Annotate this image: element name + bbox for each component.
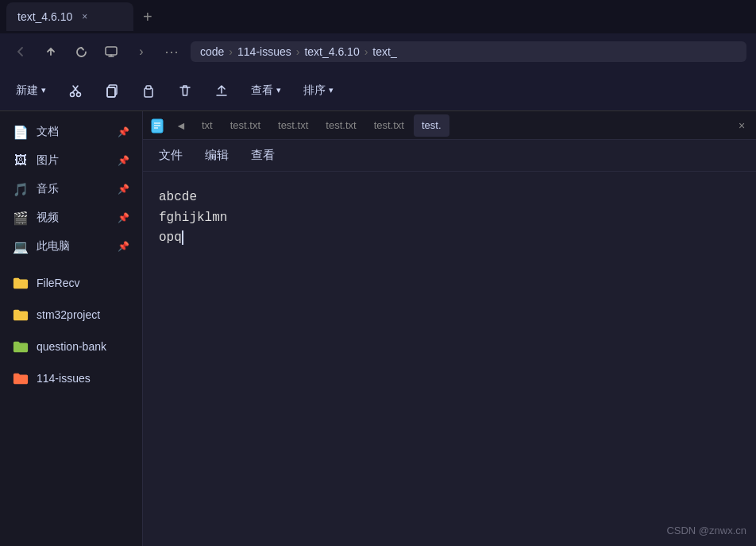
sidebar-item-mycomputer-label: 此电脑	[37, 239, 70, 254]
up-button[interactable]	[40, 41, 62, 63]
tab-title: text_4.6.10	[17, 10, 72, 23]
sidebar-item-documents[interactable]: 📄 文档 📌	[0, 118, 142, 146]
path-part-text2: text_	[372, 45, 396, 58]
mycomputer-icon: 💻	[13, 238, 29, 254]
sidebar-item-stm32project[interactable]: stm32project	[0, 299, 142, 331]
documents-icon: 📄	[13, 124, 29, 140]
more-button[interactable]: ⋯	[160, 41, 183, 63]
notepad-tab-3-label: test.txt	[326, 119, 356, 131]
path-part-text: text_4.6.10	[304, 45, 359, 58]
pin-icon-music: 📌	[118, 184, 129, 195]
menu-edit[interactable]: 编辑	[202, 146, 232, 165]
sidebar-item-videos[interactable]: 🎬 视频 📌	[0, 203, 142, 232]
stm32-folder-icon	[13, 307, 29, 323]
notepad-close-btn[interactable]: ×	[731, 114, 753, 137]
address-path[interactable]: code › 114-issues › text_4.6.10 › text_	[191, 41, 746, 62]
upload-button[interactable]	[208, 80, 235, 101]
notepad-tab-active-label: test.	[422, 119, 442, 131]
sidebar-item-question-bank[interactable]: question-bank	[0, 331, 142, 362]
browser-chrome: text_4.6.10 × +	[0, 0, 756, 111]
text-line-1: abcde	[159, 188, 740, 208]
pin-icon-mycomputer: 📌	[118, 241, 129, 252]
notepad-menu: 文件 编辑 查看	[143, 140, 756, 172]
notepad-tab-4[interactable]: test.txt	[366, 114, 412, 137]
notepad-tabs: ◄ txt test.txt test.txt test.txt test.tx…	[143, 111, 756, 140]
pictures-icon: 🖼	[13, 153, 29, 168]
new-tab-button[interactable]: +	[137, 5, 159, 29]
issues-folder-icon	[13, 370, 29, 386]
sidebar-item-music-label: 音乐	[37, 182, 59, 196]
notepad-tab-3[interactable]: test.txt	[318, 114, 364, 137]
view-chevron: ▾	[276, 85, 281, 95]
notepad-tab-txt-label: txt	[202, 119, 213, 131]
paste-button[interactable]	[135, 80, 162, 101]
view-label: 查看	[251, 83, 273, 98]
path-sep-2: ›	[296, 45, 300, 58]
sort-label: 排序	[303, 83, 326, 98]
questionbank-folder-icon	[13, 339, 29, 354]
sidebar-item-pictures-label: 图片	[37, 153, 59, 168]
pin-icon-pictures: 📌	[118, 155, 129, 166]
notepad-tab-active[interactable]: test.	[414, 114, 449, 137]
new-button-label: 新建	[16, 83, 38, 98]
refresh-button[interactable]	[70, 41, 92, 63]
active-tab[interactable]: text_4.6.10 ×	[6, 2, 133, 31]
notepad-area: ◄ txt test.txt test.txt test.txt test.tx…	[143, 111, 756, 546]
notepad-text-content[interactable]: abcde fghijklmn opq	[143, 172, 756, 546]
svg-rect-7	[146, 86, 151, 89]
address-bar: › ⋯ code › 114-issues › text_4.6.10 › te…	[0, 33, 756, 70]
sidebar-item-filerecv[interactable]: FileRecv	[0, 267, 142, 299]
text-line-2: fghijklmn	[159, 208, 740, 229]
sort-chevron: ▾	[329, 85, 334, 95]
sidebar-item-documents-label: 文档	[37, 125, 59, 139]
music-icon: 🎵	[13, 181, 29, 197]
sidebar: 📄 文档 📌 🖼 图片 📌 🎵 音乐 📌 🎬 视频 📌 💻 此电脑 📌	[0, 111, 143, 546]
notepad-tab-4-label: test.txt	[374, 119, 404, 131]
path-sep-3: ›	[364, 45, 368, 58]
sidebar-item-stm32-label: stm32project	[37, 308, 100, 321]
notepad-tab-2[interactable]: test.txt	[270, 114, 316, 137]
sidebar-item-114issues-label: 114-issues	[37, 372, 91, 385]
sidebar-item-114issues[interactable]: 114-issues	[0, 362, 142, 394]
sidebar-item-pictures[interactable]: 🖼 图片 📌	[0, 146, 142, 175]
back-arrow-btn[interactable]: ◄	[170, 114, 192, 137]
svg-rect-0	[106, 47, 117, 55]
tab-bar: text_4.6.10 × +	[0, 0, 756, 33]
new-button-chevron: ▾	[41, 85, 46, 95]
sidebar-item-filerecv-label: FileRecv	[37, 277, 79, 289]
sidebar-item-music[interactable]: 🎵 音乐 📌	[0, 175, 142, 203]
back-button[interactable]	[10, 41, 32, 63]
sidebar-item-mycomputer[interactable]: 💻 此电脑 📌	[0, 232, 142, 261]
path-part-issues: 114-issues	[237, 45, 291, 58]
menu-view[interactable]: 查看	[248, 146, 278, 165]
view-button[interactable]: 查看 ▾	[245, 80, 287, 101]
text-line-3-content: opq	[159, 230, 182, 245]
main-content: 📄 文档 📌 🖼 图片 📌 🎵 音乐 📌 🎬 视频 📌 💻 此电脑 📌	[0, 111, 756, 546]
text-cursor	[182, 230, 191, 245]
notepad-icon	[146, 114, 168, 137]
monitor-icon	[100, 41, 122, 63]
copy-button[interactable]	[98, 80, 125, 101]
filerecv-folder-icon	[13, 275, 29, 291]
new-button[interactable]: 新建 ▾	[10, 80, 52, 101]
notepad-tab-1-label: test.txt	[230, 119, 260, 131]
pin-icon-documents: 📌	[118, 126, 129, 137]
notepad-tab-2-label: test.txt	[278, 119, 308, 131]
sidebar-item-questionbank-label: question-bank	[37, 340, 106, 353]
cut-button[interactable]	[62, 80, 89, 101]
delete-button[interactable]	[172, 80, 199, 101]
notepad-tab-1[interactable]: test.txt	[222, 114, 268, 137]
svg-rect-4	[107, 87, 115, 97]
videos-icon: 🎬	[13, 210, 29, 226]
path-sep-1: ›	[229, 45, 233, 58]
path-chevron[interactable]: ›	[130, 41, 152, 63]
sidebar-item-videos-label: 视频	[37, 211, 59, 225]
path-part-code: code	[200, 45, 224, 58]
pin-icon-videos: 📌	[118, 212, 129, 223]
text-line-3: opq	[159, 228, 740, 249]
menu-file[interactable]: 文件	[156, 146, 186, 165]
sort-button[interactable]: 排序 ▾	[297, 80, 340, 101]
notepad-tab-txt[interactable]: txt	[194, 114, 221, 137]
toolbar-row: 新建 ▾	[0, 70, 756, 111]
tab-close-btn[interactable]: ×	[82, 11, 87, 22]
